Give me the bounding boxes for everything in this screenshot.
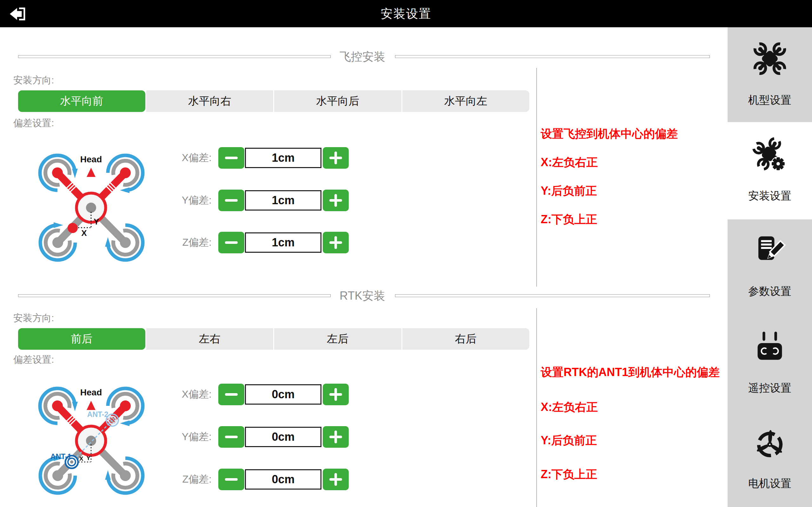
ant1-label: ANT-1	[50, 452, 72, 461]
rtk-direction-group: 前后 左右 左后 右后	[18, 328, 529, 350]
drone-gear-icon	[751, 136, 789, 174]
rtk-direction-left-back[interactable]: 左后	[274, 328, 401, 350]
rtk-note-4: Z:下负上正	[541, 467, 597, 481]
rtk-divider-vertical	[536, 308, 537, 507]
sidebar-item-parameters[interactable]: 参数设置	[727, 219, 812, 316]
rtk-y-offset-value[interactable]: 0cm	[245, 427, 321, 447]
fc-x-axis-label: X	[81, 228, 87, 238]
fc-direction-group: 水平向前 水平向右 水平向后 水平向左	[18, 90, 529, 112]
fc-offset-label: 偏差设置:	[13, 117, 54, 129]
rtk-x-offset-label: X偏差:	[133, 388, 218, 401]
fc-z-minus-button[interactable]	[218, 232, 244, 253]
fc-offset-point	[67, 223, 78, 233]
rtk-offset-label: 偏差设置:	[13, 353, 54, 366]
rtk-x-offset-row: X偏差: 0cm	[133, 384, 349, 405]
fc-note-2: X:左负右正	[541, 155, 598, 169]
fc-z-offset-label: Z偏差:	[133, 236, 218, 249]
title-bar: 安装设置	[0, 0, 812, 27]
fc-note-4: Z:下负上正	[541, 213, 597, 226]
fc-x-offset-label: X偏差:	[133, 151, 218, 165]
sidebar-item-label: 安装设置	[727, 189, 812, 202]
rtk-y-offset-row: Y偏差: 0cm	[133, 426, 349, 448]
rtk-y-axis-label: Y	[86, 455, 91, 461]
fc-x-offset-value[interactable]: 1cm	[245, 148, 321, 168]
rtk-x-offset-value[interactable]: 0cm	[245, 384, 321, 405]
fc-z-offset-value[interactable]: 1cm	[245, 232, 321, 253]
rtk-note-2: X:左负右正	[541, 400, 598, 414]
sidebar-item-label: 参数设置	[727, 284, 812, 298]
fc-y-offset-row: Y偏差: 1cm	[133, 189, 349, 211]
fc-x-minus-button[interactable]	[218, 147, 244, 169]
rtk-section-title: RTK安装	[334, 288, 391, 304]
rtk-y-plus-button[interactable]	[323, 426, 349, 448]
sidebar-item-label: 电机设置	[727, 476, 812, 490]
fc-x-plus-button[interactable]	[323, 147, 349, 169]
rtk-y-minus-button[interactable]	[218, 426, 244, 448]
sidebar-item-airframe[interactable]: 机型设置	[727, 27, 812, 122]
fc-y-offset-label: Y偏差:	[133, 193, 218, 207]
fc-direction-forward[interactable]: 水平向前	[18, 90, 145, 112]
minus-icon	[225, 157, 238, 159]
document-pencil-icon	[751, 232, 789, 270]
fc-direction-left[interactable]: 水平向左	[402, 90, 529, 112]
fc-divider-right	[395, 55, 710, 58]
fc-y-axis-label: Y	[94, 217, 99, 226]
fc-z-offset-row: Z偏差: 1cm	[133, 232, 349, 253]
rtk-note-3: Y:后负前正	[541, 434, 597, 447]
remote-controller-icon	[751, 328, 789, 366]
sidebar-item-remote[interactable]: 遥控设置	[727, 316, 812, 411]
fc-section-title: 飞控安装	[334, 49, 391, 65]
rtk-head-label: Head	[80, 388, 102, 397]
fc-x-offset-row: X偏差: 1cm	[133, 147, 349, 169]
sidebar-item-motor[interactable]: 电机设置	[727, 411, 812, 507]
rtk-y-offset-label: Y偏差:	[133, 430, 218, 444]
rtk-x-minus-button[interactable]	[218, 384, 244, 405]
fc-y-offset-value[interactable]: 1cm	[245, 190, 321, 211]
fc-direction-back[interactable]: 水平向后	[274, 90, 401, 112]
fc-direction-label: 安装方向:	[13, 74, 54, 87]
drone-frame-icon	[751, 40, 789, 78]
rtk-direction-label: 安装方向:	[13, 312, 54, 324]
minus-icon	[225, 241, 238, 244]
rtk-divider-right	[395, 294, 710, 297]
fc-note-1: 设置飞控到机体中心的偏差	[541, 127, 678, 141]
rtk-x-axis-label: X	[79, 455, 84, 462]
fc-y-plus-button[interactable]	[323, 189, 349, 211]
minus-icon	[225, 393, 238, 396]
fc-z-plus-button[interactable]	[323, 232, 349, 253]
sidebar-item-label: 遥控设置	[727, 381, 812, 394]
rtk-direction-front-back[interactable]: 前后	[18, 328, 145, 350]
minus-icon	[225, 436, 238, 438]
rtk-x-plus-button[interactable]	[323, 384, 349, 405]
gear-icon	[771, 157, 786, 171]
propeller-icon	[751, 424, 789, 462]
ant2-label: ANT-2	[87, 410, 108, 418]
rtk-note-1: 设置RTK的ANT1到机体中心的偏差	[541, 365, 720, 379]
rtk-z-offset-label: Z偏差:	[133, 472, 218, 487]
fc-head-label: Head	[80, 155, 102, 164]
minus-icon	[225, 199, 238, 202]
rtk-z-minus-button[interactable]	[218, 469, 244, 490]
fc-y-minus-button[interactable]	[218, 189, 244, 211]
rtk-divider-left	[18, 294, 331, 297]
fc-note-3: Y:后负前正	[541, 184, 597, 198]
rtk-direction-right-back[interactable]: 右后	[402, 328, 529, 350]
rtk-z-plus-button[interactable]	[323, 469, 349, 490]
rtk-z-offset-row: Z偏差: 0cm	[133, 469, 349, 490]
fc-divider-vertical	[536, 68, 537, 287]
rtk-direction-left-right[interactable]: 左右	[146, 328, 273, 350]
sidebar-item-label: 机型设置	[727, 93, 812, 107]
rtk-z-offset-value[interactable]: 0cm	[245, 469, 321, 490]
page-title: 安装设置	[0, 0, 812, 27]
minus-icon	[225, 478, 238, 481]
fc-divider-left	[18, 55, 331, 58]
fc-direction-right[interactable]: 水平向右	[146, 90, 273, 112]
sidebar-item-installation[interactable]: 安装设置	[727, 122, 812, 219]
